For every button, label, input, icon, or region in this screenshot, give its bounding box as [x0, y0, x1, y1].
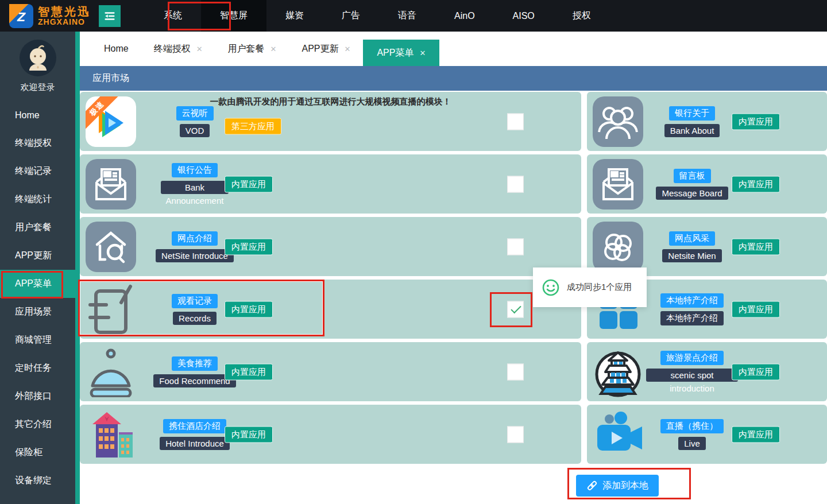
app-card-bank-announcement: 银行公告 Bank Announcement 内置应用: [80, 154, 581, 214]
app-card-hotel-introduce: 携住酒店介绍 Hotel Introduce 内置应用: [80, 405, 581, 464]
nav-item-aiso[interactable]: AISO: [494, 0, 554, 32]
app-card-food-recommend: 美食推荐 Food Recommend 内置应用: [80, 342, 581, 401]
nav-item-system[interactable]: 系统: [145, 0, 201, 32]
app-card-netsite-introduce: 网点介绍 NetSite Introduce 内置应用: [80, 217, 581, 276]
app-name-en-badge: Bank About: [664, 124, 720, 137]
app-name-en-badge: Message Board: [656, 187, 728, 200]
sidebar-item-terminal-stats[interactable]: 终端统计: [0, 185, 75, 214]
app-name-cn-badge: 银行关于: [669, 106, 715, 121]
app-name-en-badge: Records: [173, 312, 217, 325]
house-search-icon: [86, 222, 136, 272]
link-icon: [586, 480, 598, 491]
app-type-badge: 内置应用: [732, 238, 780, 255]
app-type-badge: 内置应用: [732, 176, 780, 192]
app-logo: Z 智慧光迅 ZHGXAINO: [9, 4, 91, 28]
nav-item-auth[interactable]: 授权: [554, 0, 610, 32]
nav-item-ads[interactable]: 广告: [323, 0, 379, 32]
app-name-cn-badge: 直播（携住）: [660, 419, 724, 433]
close-icon[interactable]: [196, 45, 203, 53]
section-title: 应用市场: [92, 72, 129, 84]
sidebar-item-scheduled-tasks[interactable]: 定时任务: [0, 354, 75, 382]
records-note-icon: [86, 284, 136, 335]
app-type-badge: 内置应用: [732, 363, 780, 380]
app-name-cn-badge: 云视听: [176, 106, 214, 121]
add-to-local-button[interactable]: 添加到本地: [576, 475, 659, 497]
sidebar-item-safe-box[interactable]: 保险柜: [0, 439, 75, 467]
logo-subtitle: ZHGXAINO: [38, 18, 91, 26]
app-type-badge: 内置应用: [225, 176, 273, 192]
smiley-icon: [542, 278, 560, 297]
tab-app-menu[interactable]: APP菜单: [363, 40, 439, 66]
sidebar-item-other-intro[interactable]: 其它介绍: [0, 410, 75, 439]
section-title-bar: 应用市场: [80, 66, 827, 91]
app-type-badge: 第三方应用: [225, 118, 281, 134]
app-checkbox[interactable]: [507, 176, 524, 192]
tab-app-update[interactable]: APP更新: [289, 32, 364, 66]
app-market-grid: 极速 云视听 VOD 第三方应用 一款由腾讯开发的用于通过互联网进行大规模视频直…: [80, 92, 827, 464]
tab-home[interactable]: Home: [91, 32, 141, 66]
app-type-badge: 内置应用: [225, 363, 273, 380]
sidebar-item-home[interactable]: Home: [0, 101, 75, 129]
app-name-cn-badge: 本地特产介绍: [660, 293, 724, 308]
app-checkbox[interactable]: [507, 238, 524, 255]
app-checkbox[interactable]: [507, 363, 524, 380]
app-name-cn-badge: 美食推荐: [172, 356, 218, 371]
top-navigation: 系统 智慧屏 媒资 广告 语音 AinO AISO 授权: [145, 0, 610, 32]
app-card-scenic-spot: 旅游景点介绍 scenic spot introduction 内置应用: [587, 342, 827, 401]
welcome-text: 欢迎登录: [0, 82, 75, 93]
app-name-en-badge: scenic spot: [646, 369, 737, 382]
app-name-cn-badge: 观看记录: [172, 294, 218, 308]
app-name-cn-badge: 网点介绍: [172, 231, 218, 246]
toast-message: 成功同步1个应用: [567, 282, 632, 293]
app-name-cn-badge: 携住酒店介绍: [163, 419, 226, 433]
sidebar: 欢迎登录 Home 终端授权 终端记录 终端统计 用户套餐 APP更新 APP菜…: [0, 32, 75, 504]
tab-terminal-auth[interactable]: 终端授权: [141, 32, 215, 66]
app-type-badge: 内置应用: [732, 113, 780, 130]
collapse-menu-button[interactable]: [99, 5, 121, 27]
logo-title: 智慧光迅: [38, 6, 91, 17]
app-type-badge: 内置应用: [225, 426, 273, 443]
sidebar-item-external-api[interactable]: 外部接口: [0, 382, 75, 410]
top-header: Z 智慧光迅 ZHGXAINO 系统 智慧屏 媒资 广告 语音 AinO AIS…: [0, 0, 827, 32]
nav-item-smart-screen[interactable]: 智慧屏: [201, 0, 266, 32]
sidebar-item-mall-management[interactable]: 商城管理: [0, 326, 75, 354]
app-checkbox[interactable]: [507, 426, 524, 443]
hamburger-icon: [103, 10, 116, 22]
sidebar-item-terminal-records[interactable]: 终端记录: [0, 157, 75, 185]
sidebar-item-terminal-auth[interactable]: 终端授权: [0, 129, 75, 157]
app-type-badge: 内置应用: [732, 426, 780, 443]
app-card-records: 观看记录 Records 内置应用: [80, 280, 581, 339]
app-name-en-badge: NetSite Introduce: [156, 249, 234, 262]
app-name-en-badge: VOD: [180, 124, 210, 137]
app-checkbox[interactable]: [507, 113, 524, 130]
close-icon[interactable]: [270, 45, 277, 53]
people-group-icon: [593, 96, 643, 147]
svg-text:Z: Z: [17, 9, 26, 24]
message-envelope-icon: [593, 159, 643, 210]
app-type-badge: 内置应用: [225, 301, 273, 317]
close-icon[interactable]: [345, 45, 351, 53]
sidebar-item-device-binding[interactable]: 设备绑定: [0, 467, 75, 495]
sidebar-item-app-scenes[interactable]: 应用场景: [0, 298, 75, 326]
app-card-bank-about: 银行关于 Bank About 内置应用: [587, 92, 827, 151]
nav-item-aino[interactable]: AinO: [435, 0, 494, 32]
sidebar-item-user-packages[interactable]: 用户套餐: [0, 214, 75, 242]
bank-announcement-envelope-icon: [86, 159, 136, 210]
app-name-en-badge: Hotel Introduce: [160, 437, 230, 450]
app-card-message-board: 留言板 Message Board 内置应用: [587, 154, 827, 214]
app-card-live: 直播（携住） Live 内置应用: [587, 405, 827, 464]
close-icon[interactable]: [419, 49, 426, 57]
sidebar-menu: Home 终端授权 终端记录 终端统计 用户套餐 APP更新 APP菜单 应用场…: [0, 101, 75, 495]
app-name-cn-badge: 旅游景点介绍: [660, 351, 724, 365]
nav-item-media[interactable]: 媒资: [266, 0, 323, 32]
app-checkbox-checked[interactable]: [507, 301, 524, 317]
app-name-en-badge: 本地特产介绍: [660, 311, 724, 325]
app-name-en-badge: Food Recommend: [153, 374, 235, 387]
tab-user-packages[interactable]: 用户套餐: [215, 32, 289, 66]
nav-item-voice[interactable]: 语音: [379, 0, 435, 32]
sidebar-item-app-update[interactable]: APP更新: [0, 242, 75, 270]
vod-play-icon: 极速: [86, 96, 136, 147]
app-name-cn-badge: 银行公告: [172, 163, 218, 177]
sidebar-item-app-menu[interactable]: APP菜单: [0, 270, 75, 298]
app-name-cn-badge: 网点风采: [669, 231, 715, 246]
